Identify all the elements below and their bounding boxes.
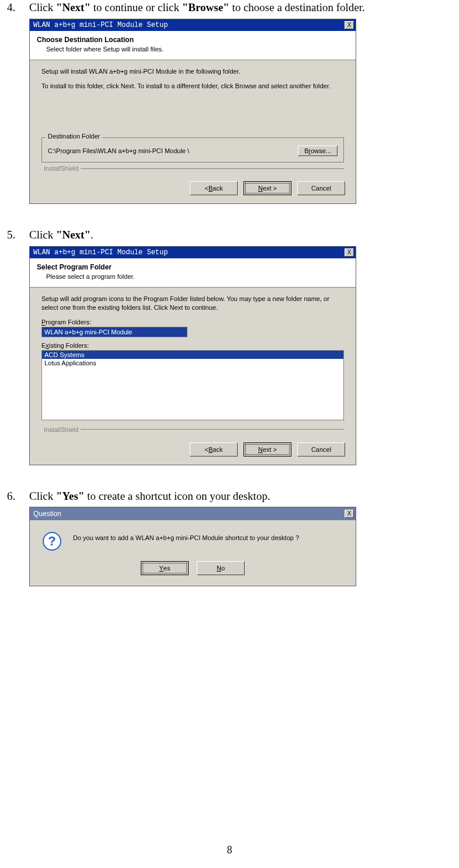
existing-folders-list[interactable]: ACD Systems Lotus Applications xyxy=(41,350,344,420)
step-5-instruction: 5. Click "Next". xyxy=(7,227,452,243)
program-folder-dialog-title: WLAN a+b+g mini-PCI Module Setup xyxy=(33,248,168,257)
program-folder-dialog-buttons: < Back Next > Cancel xyxy=(30,437,356,465)
close-icon[interactable]: X xyxy=(345,21,354,29)
destination-dialog-header: Choose Destination Location Select folde… xyxy=(30,31,356,60)
back-button[interactable]: < Back xyxy=(190,442,238,457)
step-6-text: Click "Yes" to create a shortcut icon on… xyxy=(29,489,452,504)
question-dialog-title: Question xyxy=(33,510,61,518)
destination-dialog-heading: Choose Destination Location xyxy=(37,36,349,44)
program-folder-dialog-subheading: Please select a program folder. xyxy=(46,273,349,280)
program-folder-dialog-body: Setup will add program icons to the Prog… xyxy=(30,288,356,437)
question-dialog-buttons: Yes No xyxy=(30,554,356,586)
destination-folder-legend: Destination Folder xyxy=(46,133,102,140)
back-button[interactable]: < Back xyxy=(190,181,238,195)
question-dialog: Question X ? Do you want to add a WLAN a… xyxy=(29,507,356,586)
next-button[interactable]: Next > xyxy=(244,442,291,457)
program-folder-description: Setup will add program icons to the Prog… xyxy=(41,295,344,313)
installshield-label: InstallShield xyxy=(41,426,344,433)
browse-button[interactable]: Browse... xyxy=(298,146,338,156)
destination-folder-group: Destination Folder C:\Program Files\WLAN… xyxy=(41,137,344,162)
cancel-button[interactable]: Cancel xyxy=(297,181,345,195)
step-5-number: 5. xyxy=(7,227,29,243)
program-folder-dialog: WLAN a+b+g mini-PCI Module Setup X Selec… xyxy=(29,246,356,465)
destination-browse-text: To install to this folder, click Next. T… xyxy=(41,82,344,91)
no-button[interactable]: No xyxy=(197,561,245,575)
yes-button[interactable]: Yes xyxy=(141,561,189,575)
program-folders-input[interactable]: WLAN a+b+g mini-PCI Module xyxy=(41,327,187,337)
program-folder-dialog-heading: Select Program Folder xyxy=(37,263,349,271)
destination-folder-path: C:\Program Files\WLAN a+b+g mini-PCI Mod… xyxy=(48,147,189,154)
question-dialog-body: ? Do you want to add a WLAN a+b+g mini-P… xyxy=(30,520,356,554)
destination-dialog-buttons: < Back Next > Cancel xyxy=(30,175,356,203)
next-button[interactable]: Next > xyxy=(244,181,291,195)
step-4-instruction: 4. Click "Next" to continue or click "Br… xyxy=(7,0,452,15)
question-dialog-message: Do you want to add a WLAN a+b+g mini-PCI… xyxy=(73,531,299,541)
destination-install-text: Setup will install WLAN a+b+g mini-PCI M… xyxy=(41,67,344,76)
step-4-text: Click "Next" to continue or click "Brows… xyxy=(29,0,452,15)
destination-dialog-subheading: Select folder where Setup will install f… xyxy=(46,46,349,53)
step-5-text: Click "Next". xyxy=(29,227,452,243)
step-6-instruction: 6. Click "Yes" to create a shortcut icon… xyxy=(7,489,452,504)
step-4-number: 4. xyxy=(7,0,29,15)
question-dialog-titlebar: Question X xyxy=(30,507,356,520)
destination-dialog: WLAN a+b+g mini-PCI Module Setup X Choos… xyxy=(29,19,356,205)
cancel-button[interactable]: Cancel xyxy=(297,442,345,457)
program-folders-label: Program Folders: xyxy=(41,319,344,326)
list-item[interactable]: Lotus Applications xyxy=(42,359,343,367)
installshield-label: InstallShield xyxy=(41,165,344,172)
close-icon[interactable]: X xyxy=(345,248,354,257)
question-icon: ? xyxy=(41,531,62,552)
program-folder-dialog-header: Select Program Folder Please select a pr… xyxy=(30,258,356,288)
close-icon[interactable]: X xyxy=(345,510,354,518)
destination-dialog-title: WLAN a+b+g mini-PCI Module Setup xyxy=(33,21,168,29)
program-folder-dialog-titlebar: WLAN a+b+g mini-PCI Module Setup X xyxy=(30,247,356,258)
step-6-number: 6. xyxy=(7,489,29,504)
destination-dialog-body: Setup will install WLAN a+b+g mini-PCI M… xyxy=(30,60,356,176)
destination-dialog-titlebar: WLAN a+b+g mini-PCI Module Setup X xyxy=(30,19,356,31)
existing-folders-label: Existing Folders: xyxy=(41,342,344,349)
svg-text:?: ? xyxy=(48,534,55,548)
list-item[interactable]: ACD Systems xyxy=(42,351,343,359)
page-number: 8 xyxy=(0,844,459,856)
